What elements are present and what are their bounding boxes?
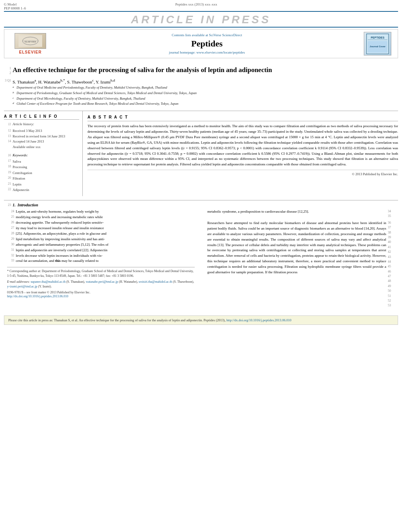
article-info-heading: A R T I C L E I N F O: [4, 114, 79, 120]
aip-banner: ARTICLE IN PRESS: [4, 11, 398, 28]
authors-section: 3 Q1 S. Thanakuna, H. Watanabeb,*, S. Th…: [4, 78, 398, 84]
title-section: 12 An effective technique for the proces…: [4, 65, 398, 77]
journal-right: PEPTIDES Journal Cover: [360, 32, 395, 56]
line-num-q1: 3 Q1: [4, 78, 13, 84]
bottom-bar-link[interactable]: http://dx.doi.org/10.1016/j.peptides.201…: [226, 318, 291, 322]
body-two-col: 24Leptin, an anti-obesity hormone, regul…: [4, 209, 398, 310]
intro-heading: 23 1. Introduction: [4, 203, 398, 208]
body-left-para: 24Leptin, an anti-obesity hormone, regul…: [7, 209, 195, 264]
top-header: G Model PEP 69008 1–6 Peptides xxx (2013…: [0, 0, 402, 11]
authors-line: S. Thanakuna, H. Watanabeb,*, S. Thawebo…: [13, 78, 398, 84]
doi-line: http://dx.doi.org/10.1016/j.peptides.201…: [7, 295, 195, 298]
copyright: © 2013 Published by Elsevier Inc.: [87, 170, 398, 177]
line-num-1: 12: [4, 65, 13, 77]
available-online: Available online xxx: [13, 145, 41, 150]
sciverse-line: Contents lists available at SciVerse Sci…: [54, 33, 360, 37]
body-right-para: metabolic syndrome, a predisposition to …: [207, 209, 395, 308]
journal-title: Peptides: [54, 39, 360, 49]
info-abstract-section: A R T I C L E I N F O 11Article history:…: [4, 111, 398, 196]
svg-text:ELSEVIER: ELSEVIER: [25, 41, 36, 43]
abstract-col: A B S T R A C T The recovery of protein …: [83, 111, 398, 196]
journal-section: ELSEVIER ELSEVIER Contents lists availab…: [4, 29, 398, 58]
keyword-processing: Processing: [13, 164, 27, 170]
bottom-bar: Please cite this article in press as: Th…: [4, 315, 398, 325]
affil-c: Department of Oral Microbiology, Faculty…: [17, 96, 145, 102]
article-info-col: A R T I C L E I N F O 11Article history:…: [4, 111, 83, 196]
elsevier-image: ELSEVIER: [15, 33, 46, 49]
aip-title: ARTICLE IN PRESS: [4, 13, 398, 26]
footnotes: * Corresponding author at: Department of…: [7, 267, 195, 289]
received-date: Received 3 May 2013: [13, 128, 42, 134]
elsevier-logo: ELSEVIER ELSEVIER: [15, 33, 46, 54]
body-left: 24Leptin, an anti-obesity hormone, regul…: [4, 209, 198, 310]
sciverse-link[interactable]: SciVerse ScienceDirect: [209, 33, 242, 37]
affil-b: Department of Periodontology, Graduate S…: [17, 91, 197, 96]
svg-text:Journal Cover: Journal Cover: [370, 45, 386, 48]
abstract-heading: A B S T R A C T: [87, 114, 398, 121]
affil-d: Global Center of Excellence Program for …: [17, 101, 179, 107]
keyword-filtration: Filtration: [13, 176, 25, 181]
gmodel-label: G Model PEP 69008 1–6: [4, 2, 26, 10]
affiliations: aDepartment of Oral Medicine and Periodo…: [4, 85, 398, 106]
bottom-bar-text: Please cite this article in press as: Th…: [8, 318, 225, 322]
journal-center: Contents lists available at SciVerse Sci…: [54, 33, 360, 54]
email-note: E-mail addresses: supanee.tha@mahidol.ac…: [7, 280, 195, 289]
main-content: 12 An effective technique for the proces…: [0, 60, 402, 312]
body-right: metabolic syndrome, a predisposition to …: [204, 209, 398, 310]
svg-text:PEPTIDES: PEPTIDES: [371, 36, 385, 39]
keyword-saliva: Saliva: [13, 159, 21, 164]
homepage-url[interactable]: www.elsevier.com/locate/peptides: [196, 50, 245, 54]
received-revised: Received in revised form 14 June 2013: [13, 134, 65, 139]
keyword-centrifugation: Centrifugation: [13, 170, 32, 176]
keyword-leptin: Leptin: [13, 182, 21, 187]
journal-logo-left: ELSEVIER ELSEVIER: [7, 33, 54, 54]
history-label: 11Article history:: [4, 122, 79, 127]
journal-homepage: journal homepage: www.elsevier.com/locat…: [54, 50, 360, 54]
peptides-logo: PEPTIDES Journal Cover: [364, 32, 391, 56]
article-title: An effective technique for the processin…: [13, 65, 398, 75]
affil-a: Department of Oral Medicine and Periodon…: [17, 85, 167, 91]
intro-title: 1. Introduction: [13, 203, 38, 208]
body-section: 23 1. Introduction 24Leptin, an anti-obe…: [4, 200, 398, 310]
keywords-label: 16Keywords:: [4, 153, 79, 158]
elsevier-label: ELSEVIER: [19, 50, 41, 54]
journal-line: Peptides xxx (2013) xxx–xxx: [175, 2, 217, 6]
abstract-text: The recovery of protein from saliva has …: [87, 124, 398, 168]
issn-line: 0196-9781/$ – see front matter © 2013 Pu…: [7, 291, 195, 294]
accepted-date: Accepted 14 June 2013: [13, 139, 44, 145]
keyword-adiponectin: Adiponectin: [13, 187, 29, 193]
corresponding-note: * Corresponding author at: Department of…: [7, 269, 195, 278]
